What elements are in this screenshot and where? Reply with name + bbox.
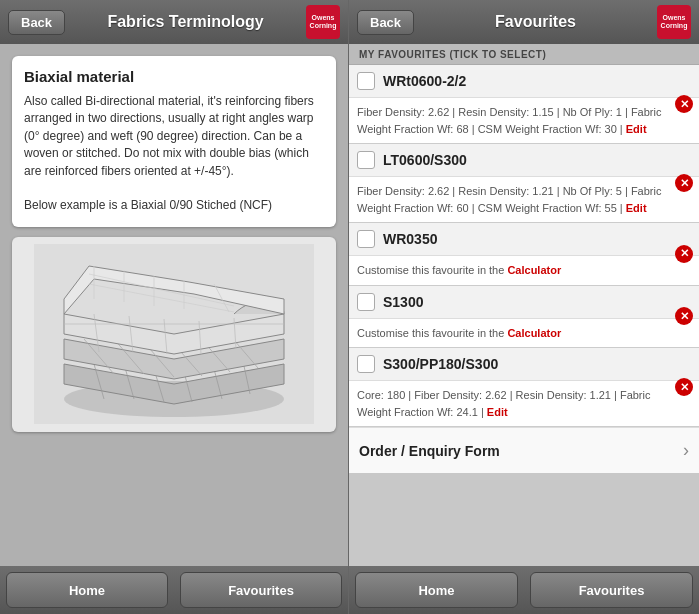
fav-checkbox-5[interactable] xyxy=(357,355,375,373)
fav-item-2: LT0600/S300 Fiber Density: 2.62 | Resin … xyxy=(349,144,699,223)
right-back-button[interactable]: Back xyxy=(357,10,414,35)
fav-item-3-header[interactable]: WR0350 xyxy=(349,223,699,256)
fav-item-1-header[interactable]: WRt0600-2/2 xyxy=(349,65,699,98)
fav-item-5-header[interactable]: S300/PP180/S300 xyxy=(349,348,699,381)
fav-name-1: WRt0600-2/2 xyxy=(383,73,466,89)
logo-text-left: OwensCorning xyxy=(310,14,337,29)
left-header: Back Fabrics Terminology OwensCorning xyxy=(0,0,348,44)
fav-item-3: WR0350 Customise this favourite in the C… xyxy=(349,223,699,286)
right-bottom-bar: Home Favourites xyxy=(349,566,699,614)
fav-edit-5[interactable]: Edit xyxy=(487,406,508,418)
fav-item-1: WRt0600-2/2 Fiber Density: 2.62 | Resin … xyxy=(349,65,699,144)
fav-remove-4[interactable]: ✕ xyxy=(675,307,693,325)
fav-item-5-body: Core: 180 | Fiber Density: 2.62 | Resin … xyxy=(349,381,699,426)
order-enquiry-row[interactable]: Order / Enquiry Form › xyxy=(349,427,699,473)
right-home-button[interactable]: Home xyxy=(355,572,518,608)
fav-remove-5[interactable]: ✕ xyxy=(675,378,693,396)
fav-calc-3[interactable]: Calculator xyxy=(507,264,561,276)
order-enquiry-label: Order / Enquiry Form xyxy=(359,443,500,459)
fabric-illustration xyxy=(34,244,314,424)
card-body: Also called Bi-directional material, it'… xyxy=(24,93,324,215)
favourites-list: WRt0600-2/2 Fiber Density: 2.62 | Resin … xyxy=(349,65,699,566)
fav-remove-1[interactable]: ✕ xyxy=(675,95,693,113)
left-title: Fabrics Terminology xyxy=(73,13,298,31)
fav-remove-2[interactable]: ✕ xyxy=(675,174,693,192)
left-favourites-button[interactable]: Favourites xyxy=(180,572,342,608)
right-favourites-button[interactable]: Favourites xyxy=(530,572,693,608)
fav-edit-1[interactable]: Edit xyxy=(626,123,647,135)
fabric-image xyxy=(12,237,336,432)
fav-checkbox-3[interactable] xyxy=(357,230,375,248)
fav-name-2: LT0600/S300 xyxy=(383,152,467,168)
left-bottom-bar: Home Favourites xyxy=(0,566,348,614)
fav-checkbox-4[interactable] xyxy=(357,293,375,311)
fav-name-4: S1300 xyxy=(383,294,423,310)
fav-edit-2[interactable]: Edit xyxy=(626,202,647,214)
left-home-button[interactable]: Home xyxy=(6,572,168,608)
fav-item-1-body: Fiber Density: 2.62 | Resin Density: 1.1… xyxy=(349,98,699,143)
fav-item-2-header[interactable]: LT0600/S300 xyxy=(349,144,699,177)
fav-item-4: S1300 Customise this favourite in the Ca… xyxy=(349,286,699,349)
left-logo: OwensCorning xyxy=(306,5,340,39)
left-back-button[interactable]: Back xyxy=(8,10,65,35)
fav-item-4-header[interactable]: S1300 xyxy=(349,286,699,319)
biaxial-card: Biaxial material Also called Bi-directio… xyxy=(12,56,336,227)
order-enquiry-arrow: › xyxy=(683,440,689,461)
favourites-section-label: MY FAVOURITES (TICK TO SELECT) xyxy=(349,44,699,65)
logo-text-right: OwensCorning xyxy=(661,14,688,29)
fav-item-4-body: Customise this favourite in the Calculat… xyxy=(349,319,699,348)
right-header: Back Favourites OwensCorning xyxy=(349,0,699,44)
card-title: Biaxial material xyxy=(24,68,324,85)
right-logo: OwensCorning xyxy=(657,5,691,39)
fav-remove-3[interactable]: ✕ xyxy=(675,245,693,263)
left-content: Biaxial material Also called Bi-directio… xyxy=(0,44,348,566)
fav-item-3-body: Customise this favourite in the Calculat… xyxy=(349,256,699,285)
fav-checkbox-1[interactable] xyxy=(357,72,375,90)
fav-calc-4[interactable]: Calculator xyxy=(507,327,561,339)
fav-checkbox-2[interactable] xyxy=(357,151,375,169)
fav-item-5: S300/PP180/S300 Core: 180 | Fiber Densit… xyxy=(349,348,699,427)
fav-name-3: WR0350 xyxy=(383,231,437,247)
fav-item-2-body: Fiber Density: 2.62 | Resin Density: 1.2… xyxy=(349,177,699,222)
left-panel: Back Fabrics Terminology OwensCorning Bi… xyxy=(0,0,349,614)
right-title: Favourites xyxy=(422,13,649,31)
fav-name-5: S300/PP180/S300 xyxy=(383,356,498,372)
right-panel: Back Favourites OwensCorning MY FAVOURIT… xyxy=(349,0,699,614)
